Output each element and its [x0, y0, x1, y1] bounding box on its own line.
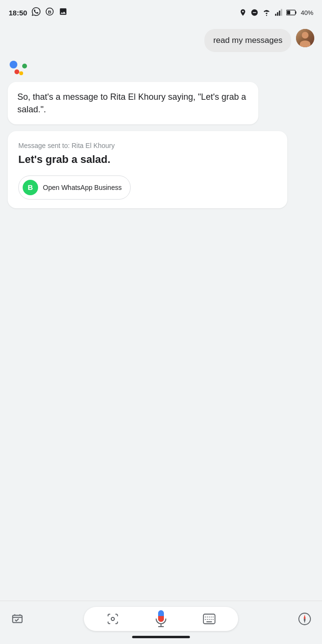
compass-icon[interactable]: [295, 609, 314, 629]
mic-button[interactable]: [154, 612, 168, 626]
assistant-row: So, that's a message to Rita El Khoury s…: [8, 60, 314, 208]
scan-icon[interactable]: [106, 612, 120, 626]
keyboard-icon[interactable]: [202, 612, 216, 626]
bottom-controls: [8, 607, 314, 631]
main-content: read my messages So, that's a message to…: [0, 23, 322, 601]
user-message-row: read my messages: [8, 29, 314, 52]
svg-rect-5: [279, 11, 281, 16]
status-time: 18:50: [9, 9, 27, 17]
gallery-status-icon: [59, 7, 67, 18]
assistant-bubble: So, that's a message to Rita El Khoury s…: [8, 82, 258, 124]
dot-blue: [10, 61, 17, 68]
svg-rect-10: [13, 615, 22, 622]
status-right: 40%: [239, 9, 313, 16]
svg-point-2: [266, 15, 267, 16]
screenshot-icon[interactable]: [8, 609, 27, 629]
dot-yellow: [19, 71, 23, 75]
battery-percent: 40%: [301, 9, 313, 16]
beacon-status-icon: B: [45, 7, 54, 18]
bottom-pill: [84, 607, 238, 631]
user-message-bubble: read my messages: [204, 29, 291, 52]
dnd-icon: [251, 9, 258, 16]
home-indicator: [132, 636, 190, 638]
dot-green: [22, 64, 27, 68]
bottom-bar: [0, 601, 322, 644]
dot-red: [14, 69, 19, 74]
status-bar: 18:50 B: [0, 0, 322, 23]
svg-rect-8: [295, 11, 296, 13]
google-assistant-icon: [10, 60, 314, 75]
battery-icon: [286, 9, 297, 16]
svg-rect-4: [277, 12, 279, 15]
open-app-label: Open WhatsApp Business: [43, 184, 121, 191]
message-card-body: Let's grab a salad.: [18, 153, 277, 166]
location-icon: [239, 9, 247, 16]
user-avatar: [296, 29, 314, 47]
svg-rect-6: [281, 9, 282, 16]
user-avatar-image: [296, 29, 314, 47]
svg-rect-3: [275, 14, 277, 16]
svg-rect-9: [287, 11, 290, 14]
message-card: Message sent to: Rita El Khoury Let's gr…: [8, 131, 287, 208]
svg-text:B: B: [48, 9, 52, 14]
whatsapp-b-icon: B: [23, 180, 38, 195]
open-whatsapp-button[interactable]: B Open WhatsApp Business: [18, 175, 131, 200]
signal-icon: [275, 9, 282, 16]
assistant-dots: [10, 60, 29, 75]
status-left: 18:50 B: [9, 7, 67, 18]
wifi-icon: [262, 9, 271, 16]
whatsapp-status-icon: [32, 7, 40, 18]
message-card-recipient: Message sent to: Rita El Khoury: [18, 142, 277, 149]
svg-point-11: [111, 617, 115, 621]
